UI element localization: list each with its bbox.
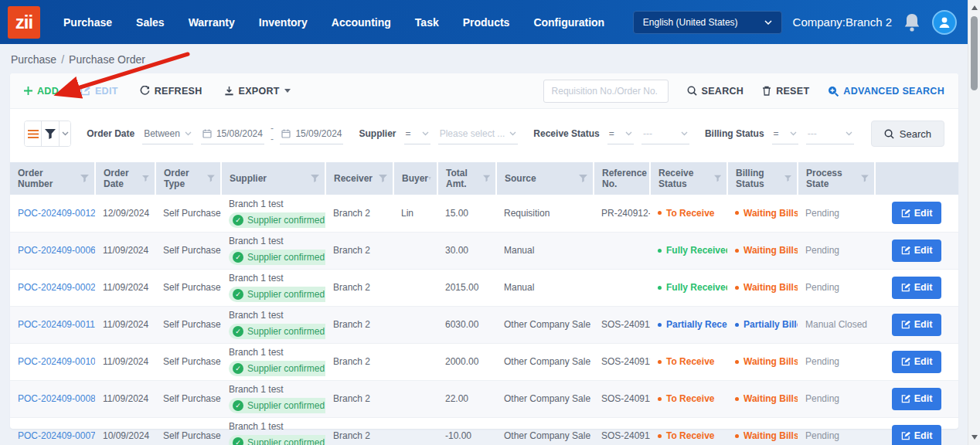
reset-button[interactable]: RESET (762, 86, 809, 97)
order-date-operator-select[interactable]: Between (142, 124, 193, 144)
edit-button[interactable]: Edit (892, 314, 941, 336)
order-number-link[interactable]: POC-202409-0011 (18, 319, 95, 330)
menu-item-purchase[interactable]: Purchase (63, 16, 112, 29)
supplier-name: Branch 1 test (229, 310, 325, 321)
menu-list-button[interactable] (25, 121, 42, 146)
menu-item-task[interactable]: Task (415, 16, 439, 29)
menu-item-sales[interactable]: Sales (136, 16, 165, 29)
order-number-link[interactable]: POC-202409-0012 (18, 208, 95, 219)
filter-search-button[interactable]: Search (871, 121, 944, 147)
column-filter-icon[interactable] (861, 175, 869, 182)
table-row[interactable]: POC-202409-0007 10/09/2024 Self Purchase… (10, 417, 958, 445)
table-row[interactable]: POC-202409-0011 11/09/2024 Self Purchase… (10, 306, 958, 343)
table-row[interactable]: POC-202409-0008 11/09/2024 Self Purchase… (10, 380, 958, 417)
refresh-button[interactable]: REFRESH (140, 86, 202, 97)
requisition-search-input[interactable] (543, 80, 669, 103)
column-filter-icon[interactable] (428, 175, 431, 182)
person-icon (937, 15, 951, 29)
column-filter-icon[interactable] (579, 175, 587, 182)
menu-item-configuration[interactable]: Configuration (533, 16, 604, 29)
app-logo[interactable]: zii (8, 6, 40, 39)
receive-status-filter-label: Receive Status (533, 128, 599, 139)
scrollbar-thumb[interactable] (971, 16, 978, 90)
edit-toolbar-button[interactable]: EDIT (80, 86, 118, 97)
export-button[interactable]: EXPORT (224, 86, 291, 97)
billing-status-operator-select[interactable]: = (772, 124, 798, 144)
order-date-cell: 11/09/2024 (95, 380, 155, 417)
company-branch-label[interactable]: Company:Branch 2 (793, 15, 892, 29)
reference-no-cell: SOS-240911-R005 (594, 417, 650, 445)
edit-button[interactable]: Edit (892, 388, 941, 410)
magnifier-icon (884, 129, 894, 139)
search-button[interactable]: SEARCH (687, 86, 744, 97)
scroll-down-arrow[interactable] (971, 435, 978, 440)
source-cell: Requisition (496, 195, 594, 232)
edit-button[interactable]: Edit (892, 239, 941, 262)
check-circle-icon: ✓ (233, 363, 243, 374)
column-filter-icon[interactable] (379, 175, 387, 182)
chevron-down-icon (790, 131, 797, 136)
column-filter-icon[interactable] (80, 175, 89, 182)
total-amount-cell: 30.00 (437, 232, 496, 269)
menu-item-warranty[interactable]: Warranty (189, 16, 235, 29)
notifications-bell-icon[interactable] (903, 12, 921, 32)
filter-more-button[interactable] (60, 121, 70, 146)
process-state-cell: Pending (798, 417, 875, 445)
order-number-link[interactable]: POC-202409-0007 (18, 430, 95, 441)
user-avatar[interactable] (932, 10, 957, 35)
scroll-up-arrow[interactable] (971, 5, 978, 10)
edit-button[interactable]: Edit (892, 351, 941, 373)
date-from-input[interactable]: 15/08/2024 (201, 124, 264, 144)
menu-item-products[interactable]: Products (463, 16, 510, 29)
col-order-type: Order Type (155, 162, 221, 195)
receive-status-operator-select[interactable]: = (607, 124, 634, 144)
date-to-input[interactable]: 15/09/2024 (280, 124, 343, 144)
column-filter-icon[interactable] (483, 175, 490, 182)
buyer-cell: Lin (393, 195, 437, 232)
column-filter-icon[interactable] (142, 175, 149, 182)
order-number-link[interactable]: POC-202409-0006 (18, 245, 95, 256)
order-number-link[interactable]: POC-202409-0008 (18, 393, 95, 404)
edit-button[interactable]: Edit (892, 277, 941, 299)
magnifier-icon (687, 86, 697, 96)
receive-status-badge: Fully Received (658, 245, 727, 256)
column-filter-icon[interactable] (207, 175, 215, 182)
edit-button[interactable]: Edit (892, 202, 941, 224)
vertical-scrollbar[interactable] (968, 0, 980, 445)
edit-button[interactable]: Edit (892, 425, 941, 445)
column-filter-icon[interactable] (714, 175, 721, 182)
supplier-cell: Branch 1 test ✓ Supplier confirmed (221, 195, 325, 232)
column-filter-icon[interactable] (311, 175, 319, 182)
supplier-name: Branch 1 test (229, 236, 325, 246)
supplier-operator-select[interactable]: = (404, 124, 430, 144)
table-row[interactable]: POC-202409-0012 12/09/2024 Self Purchase… (10, 195, 958, 232)
order-date-cell: 11/09/2024 (95, 306, 155, 343)
receiver-cell: Branch 2 (325, 269, 393, 306)
order-type-cell: Self Purchase (155, 306, 221, 343)
download-icon (224, 86, 234, 96)
language-selector[interactable]: English (United States) (633, 11, 782, 34)
filter-funnel-button[interactable] (42, 121, 59, 146)
column-filter-icon[interactable] (784, 175, 791, 182)
table-row[interactable]: POC-202409-0002 11/09/2024 Self Purchase… (10, 269, 958, 306)
col-order-date: Order Date (95, 162, 155, 195)
billing-status-value-select[interactable]: --- (806, 124, 854, 144)
table-row[interactable]: POC-202409-0010 11/09/2024 Self Purchase… (10, 343, 958, 380)
receive-status-value-select[interactable]: --- (641, 124, 689, 144)
table-row[interactable]: POC-202409-0006 11/09/2024 Self Purchase… (10, 232, 958, 269)
status-dot-icon (658, 360, 662, 364)
receiver-cell: Branch 2 (325, 232, 393, 269)
advanced-search-button[interactable]: ADVANCED SEARCH (828, 86, 944, 97)
add-button[interactable]: ADD (24, 86, 59, 97)
order-number-link[interactable]: POC-202409-0010 (18, 356, 95, 367)
order-number-link[interactable]: POC-202409-0002 (18, 282, 95, 293)
receiver-cell: Branch 2 (325, 195, 393, 232)
pencil-square-icon (901, 246, 910, 255)
supplier-value-select[interactable]: Please select ... (438, 124, 519, 144)
supplier-name: Branch 1 test (229, 347, 325, 358)
menu-item-accounting[interactable]: Accounting (332, 16, 391, 29)
check-circle-icon: ✓ (233, 400, 243, 411)
breadcrumb-section[interactable]: Purchase (11, 53, 56, 66)
chevron-down-icon (62, 131, 69, 136)
menu-item-inventory[interactable]: Inventory (259, 16, 308, 29)
